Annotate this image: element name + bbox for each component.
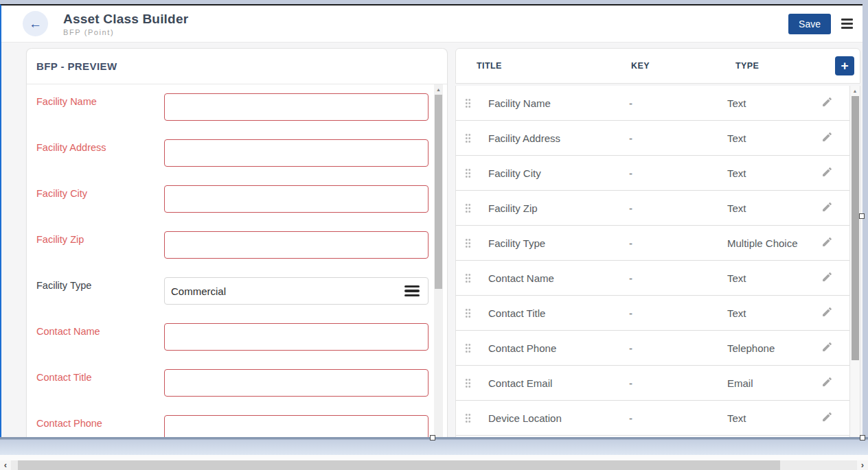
text-input[interactable] — [164, 185, 429, 213]
drag-handle-icon[interactable] — [465, 98, 471, 108]
field-definition-row[interactable]: Device Location - Text — [456, 401, 860, 436]
edit-pencil-icon[interactable] — [819, 131, 835, 145]
row-key: - — [629, 272, 727, 284]
field-definition-row[interactable]: Contact Email - Email — [456, 366, 860, 401]
field-definition-row[interactable]: Facility Zip - Text — [456, 191, 860, 226]
page-subtitle: BFP (Point) — [63, 28, 788, 36]
fields-scrollbar[interactable]: ▲ — [849, 86, 860, 437]
row-type: Text — [727, 272, 819, 284]
form-field-row: Contact Name — [36, 323, 447, 351]
row-key: - — [629, 342, 727, 354]
fields-table-body: Facility Name - Text Facility Address — [455, 86, 860, 437]
edit-pencil-icon[interactable] — [819, 236, 835, 250]
row-key: - — [629, 377, 727, 389]
save-button[interactable]: Save — [788, 14, 831, 34]
editor-viewport: ← Asset Class Builder BFP (Point) Save B… — [0, 0, 868, 470]
horizontal-scrollbar-thumb[interactable] — [18, 460, 780, 470]
edit-pencil-icon[interactable] — [819, 306, 835, 320]
edit-pencil-icon[interactable] — [819, 96, 835, 110]
text-input[interactable] — [164, 323, 429, 351]
form-field-row: Facility Type Commercial — [36, 277, 447, 305]
header-titles: Asset Class Builder BFP (Point) — [63, 12, 788, 36]
row-type: Email — [727, 377, 819, 389]
row-title: Facility Name — [488, 97, 629, 109]
drag-handle-icon[interactable] — [465, 343, 471, 353]
row-type: Multiple Choice — [727, 237, 819, 249]
row-key: - — [629, 237, 727, 249]
row-type: Text — [727, 307, 819, 319]
field-definition-row[interactable]: Facility Address - Text — [456, 121, 860, 156]
field-definition-row[interactable]: Contact Phone - Telephone — [456, 331, 860, 366]
main-area: BFP - PREVIEW Facility Name — [1, 43, 863, 437]
text-input[interactable] — [164, 93, 429, 121]
drag-handle-icon[interactable] — [465, 378, 471, 388]
text-input[interactable] — [164, 231, 429, 259]
drag-handle-icon[interactable] — [465, 273, 471, 283]
field-label: Contact Title — [36, 369, 164, 383]
frame-gap — [0, 455, 868, 460]
resize-handle-bottom-center[interactable] — [430, 435, 435, 440]
fields-panel: TITLE KEY TYPE + Facility Name - Text — [455, 48, 860, 437]
app-header: ← Asset Class Builder BFP (Point) Save — [1, 5, 863, 43]
row-title: Contact Email — [488, 377, 629, 389]
text-input[interactable] — [164, 139, 429, 167]
row-type: Telephone — [727, 342, 819, 354]
preview-panel-header: BFP - PREVIEW — [27, 49, 447, 84]
edit-pencil-icon[interactable] — [819, 341, 835, 355]
field-label: Contact Phone — [36, 415, 164, 429]
drag-handle-icon[interactable] — [465, 168, 471, 178]
text-input[interactable] — [164, 369, 429, 397]
field-definition-row[interactable]: Facility City - Text — [456, 156, 860, 191]
field-label: Facility Name — [36, 93, 164, 107]
select-value: Commercial — [171, 285, 226, 297]
form-field-row: Facility City — [36, 185, 447, 213]
preview-scrollbar-thumb[interactable] — [435, 95, 442, 289]
field-label: Facility City — [36, 185, 164, 199]
scroll-up-icon[interactable]: ▲ — [850, 86, 860, 96]
edit-pencil-icon[interactable] — [819, 411, 835, 425]
drag-handle-icon[interactable] — [465, 308, 471, 318]
column-type: TYPE — [735, 61, 835, 71]
drag-handle-icon[interactable] — [465, 133, 471, 143]
form-field-row: Facility Zip — [36, 231, 447, 259]
row-title: Facility Address — [488, 132, 629, 144]
row-title: Facility Zip — [488, 202, 629, 214]
horizontal-scrollbar[interactable]: ‹ › — [0, 460, 868, 470]
select-input[interactable]: Commercial — [164, 277, 429, 305]
edit-pencil-icon[interactable] — [819, 376, 835, 390]
row-key: - — [629, 132, 727, 144]
hamburger-menu-icon[interactable] — [841, 16, 853, 31]
form-field-row: Facility Address — [36, 139, 447, 167]
edit-pencil-icon[interactable] — [819, 201, 835, 215]
field-label: Facility Type — [36, 277, 164, 291]
resize-handle-right-middle[interactable] — [859, 213, 865, 219]
resize-handle-bottom-right[interactable] — [860, 435, 865, 440]
preview-panel: BFP - PREVIEW Facility Name — [26, 48, 448, 437]
field-definition-row[interactable]: Contact Title - Text — [456, 296, 860, 331]
edit-pencil-icon[interactable] — [819, 166, 835, 180]
add-field-button[interactable]: + — [835, 56, 854, 75]
row-type: Text — [727, 412, 819, 424]
row-title: Contact Phone — [488, 342, 629, 354]
column-key: KEY — [631, 61, 735, 71]
preview-form: Facility Name Facility Address — [27, 84, 447, 437]
select-menu-icon — [404, 283, 420, 299]
back-button[interactable]: ← — [23, 11, 48, 36]
drag-handle-icon[interactable] — [465, 238, 471, 248]
field-definition-row[interactable]: Facility Type - Multiple Choice — [456, 226, 860, 261]
field-definition-row[interactable]: Contact Name - Text — [456, 261, 860, 296]
form-field-row: Contact Phone — [36, 415, 447, 437]
text-input[interactable] — [164, 415, 429, 437]
scroll-left-icon[interactable]: ‹ — [0, 460, 11, 470]
edit-pencil-icon[interactable] — [819, 271, 835, 285]
column-title: TITLE — [477, 61, 631, 71]
field-label: Facility Zip — [36, 231, 164, 245]
app-window: ← Asset Class Builder BFP (Point) Save B… — [0, 4, 863, 437]
scroll-up-icon[interactable]: ▲ — [434, 84, 443, 95]
field-definition-row[interactable]: Facility Name - Text — [456, 86, 860, 121]
drag-handle-icon[interactable] — [465, 203, 471, 213]
fields-scrollbar-thumb[interactable] — [852, 96, 859, 360]
drag-handle-icon[interactable] — [465, 413, 471, 423]
scroll-right-icon[interactable]: › — [857, 460, 868, 470]
preview-scrollbar[interactable]: ▲ — [434, 84, 443, 437]
